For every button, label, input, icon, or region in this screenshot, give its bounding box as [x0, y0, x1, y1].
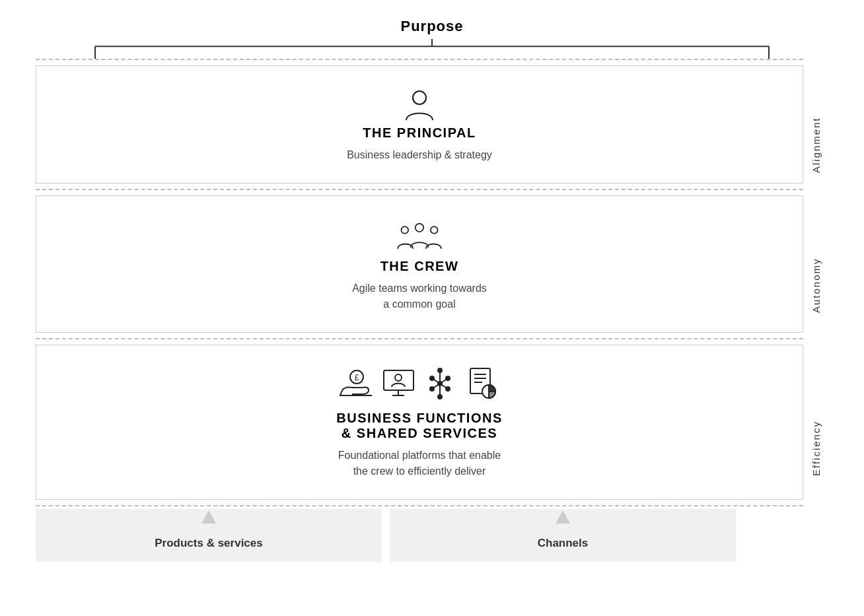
crew-panel: THE CREW Agile teams working towards a c… [36, 195, 803, 333]
business-functions-panel: £ [36, 345, 803, 500]
main-area: THE PRINCIPAL Business leadership & stra… [36, 59, 828, 599]
principal-icon [400, 86, 439, 125]
business-subtitle: Foundational platforms that enable the c… [338, 448, 501, 479]
panels-column: THE PRINCIPAL Business leadership & stra… [36, 59, 803, 599]
channels-arrow [553, 509, 573, 526]
products-services-label: Products & services [155, 537, 262, 550]
channels-box: Channels [390, 509, 736, 562]
crew-icon [393, 216, 446, 259]
principal-title: THE PRINCIPAL [363, 125, 476, 141]
business-title: BUSINESS FUNCTIONS & SHARED SERVICES [336, 411, 502, 441]
bottom-row: Products & services Channels [36, 509, 736, 562]
crew-subtitle: Agile teams working towards a common goa… [352, 281, 487, 312]
efficiency-row: £ [36, 339, 803, 505]
svg-point-11 [395, 374, 402, 381]
principal-panel: THE PRINCIPAL Business leadership & stra… [36, 65, 803, 184]
svg-point-6 [401, 226, 408, 234]
efficiency-label: Efficiency [803, 362, 828, 534]
purpose-label: Purpose [400, 18, 463, 35]
svg-point-5 [415, 223, 423, 231]
side-labels: Alignment Autonomy Efficiency [803, 59, 828, 599]
svg-point-21 [430, 387, 434, 391]
crew-title: THE CREW [380, 259, 459, 274]
finance-icon: £ [339, 365, 375, 401]
svg-marker-32 [556, 510, 570, 524]
principal-subtitle: Business leadership & strategy [347, 147, 492, 163]
svg-point-22 [446, 376, 450, 380]
svg-text:£: £ [355, 373, 359, 382]
report-icon [464, 365, 500, 401]
business-icons: £ [339, 365, 500, 401]
monitor-icon [380, 365, 417, 401]
svg-point-4 [413, 91, 426, 104]
autonomy-row: THE CREW Agile teams working towards a c… [36, 190, 803, 338]
alignment-label: Alignment [803, 83, 828, 208]
svg-point-19 [438, 382, 442, 386]
purpose-bracket [82, 39, 782, 59]
alignment-row: THE PRINCIPAL Business leadership & stra… [36, 60, 803, 189]
svg-point-23 [446, 387, 450, 391]
products-services-box: Products & services [36, 509, 382, 562]
svg-point-24 [438, 368, 442, 372]
svg-point-25 [438, 395, 442, 399]
svg-point-20 [430, 376, 434, 380]
svg-point-7 [431, 226, 438, 234]
tech-icon [422, 365, 458, 401]
autonomy-label: Autonomy [803, 209, 828, 361]
bottom-divider [36, 505, 803, 506]
channels-label: Channels [538, 537, 589, 550]
purpose-section: Purpose [36, 18, 828, 59]
products-arrow [199, 509, 219, 526]
svg-marker-31 [201, 510, 216, 524]
